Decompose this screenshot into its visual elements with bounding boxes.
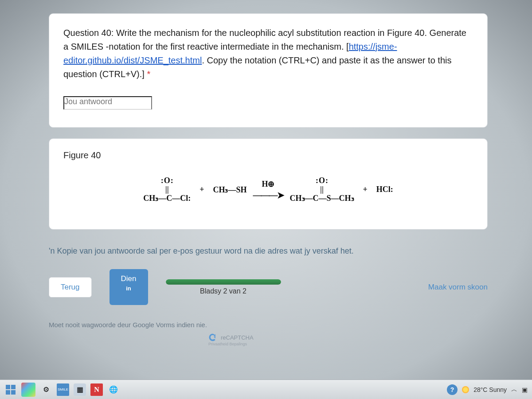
email-copy-note: 'n Kopie van jou antwoorde sal per e-pos… <box>49 246 532 256</box>
recaptcha-badge: reCAPTCHA <box>208 333 532 342</box>
double-bond: || <box>165 185 169 194</box>
progress: Bladsy 2 van 2 <box>166 279 281 295</box>
submit-button[interactable]: Dien in <box>110 269 148 305</box>
chevron-up-icon[interactable]: ︿ <box>511 386 517 394</box>
reactant-1: O || CH₃—C—Cl: <box>143 176 191 203</box>
reactant1-main: CH₃—C—Cl: <box>143 194 191 203</box>
settings-icon[interactable]: ⚙ <box>40 383 52 396</box>
grid-icon[interactable]: ▦ <box>74 383 86 396</box>
taskbar: ⚙ SMILE ▦ N 🌐 ? 28°C Sunny ︿ ▣ <box>0 379 532 399</box>
taskbar-right: ? 28°C Sunny ︿ ▣ <box>447 384 528 395</box>
recaptcha-label: reCAPTCHA <box>221 334 254 341</box>
weather-icon <box>462 386 469 393</box>
app-n-icon[interactable]: N <box>90 383 103 396</box>
app-icon-1[interactable] <box>21 383 35 397</box>
byproduct: HCl: <box>376 185 393 194</box>
progress-bar <box>166 279 281 285</box>
required-asterisk: * <box>147 69 150 79</box>
condition: H⊕ <box>262 179 274 189</box>
weather-text: 28°C Sunny <box>473 386 507 393</box>
help-icon[interactable]: ? <box>447 384 458 395</box>
reaction-arrow: H⊕ ———➤ <box>253 179 284 200</box>
password-warning: Moet nooit wagwoorde deur Google Vorms i… <box>49 321 532 329</box>
tray-icon[interactable]: ▣ <box>522 386 528 393</box>
figure-title: Figure 40 <box>63 150 473 160</box>
start-menu-icon[interactable] <box>4 383 17 396</box>
page-count: Bladsy 2 van 2 <box>200 287 246 295</box>
submit-label: Dien <box>121 274 137 283</box>
browser-icon[interactable]: 🌐 <box>107 383 120 396</box>
reactant-2: CH₃—SH <box>213 185 246 195</box>
figure-reaction: O || CH₃—C—Cl: + CH₃—SH H⊕ ———➤ O || CH₃… <box>63 176 473 203</box>
progress-fill <box>166 279 281 285</box>
question-text: Question 40: Write the mechanism for the… <box>63 26 473 81</box>
recaptcha-icon <box>208 333 217 342</box>
plus-1: + <box>200 185 204 194</box>
double-bond: || <box>320 185 324 194</box>
clear-form-link[interactable]: Maak vorm skoon <box>428 283 488 292</box>
product-1: O || CH₃—C—S—CH₃ <box>290 176 354 203</box>
oxygen-atom: O <box>316 176 328 185</box>
question-prefix: Question 40: Write the mechanism for the… <box>63 28 466 51</box>
product-main: CH₃—C—S—CH₃ <box>290 194 354 203</box>
recaptcha-sublabel: Privaatheid Bepalings <box>208 342 532 346</box>
arrow-icon: ———➤ <box>253 190 284 200</box>
oxygen-atom: O <box>161 176 173 185</box>
answer-input[interactable] <box>63 96 152 110</box>
app-icon-2[interactable]: SMILE <box>57 383 69 396</box>
question-card: Question 40: Write the mechanism for the… <box>49 13 488 128</box>
form-actions: Terug Dien in Bladsy 2 van 2 Maak vorm s… <box>49 269 488 305</box>
figure-card: Figure 40 O || CH₃—C—Cl: + CH₃—SH H⊕ ———… <box>49 138 488 230</box>
plus-2: + <box>363 185 368 194</box>
back-button[interactable]: Terug <box>49 277 92 297</box>
submit-sublabel: in <box>121 285 137 292</box>
